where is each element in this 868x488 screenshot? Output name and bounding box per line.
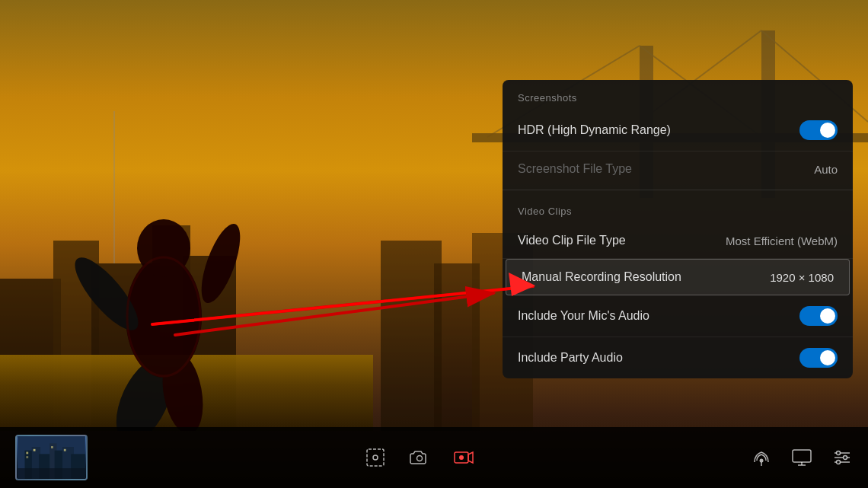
svg-rect-40 [34,449,36,451]
svg-rect-42 [64,449,66,451]
svg-marker-47 [468,452,473,463]
svg-point-19 [193,219,247,308]
screenshots-section-label: Screenshots [503,80,853,110]
video-clip-file-type-item[interactable]: Video Clip File Type Most Efficient (Web… [503,223,853,259]
game-thumbnail[interactable] [15,435,88,480]
svg-rect-51 [793,450,811,462]
svg-rect-39 [26,456,28,458]
broadcast-icon [751,447,772,468]
capture-area-button[interactable] [365,447,386,468]
screenshot-file-type-value: Auto [814,163,838,176]
capture-icons [88,447,751,468]
thumbnail-image [17,436,86,479]
svg-point-59 [837,461,841,464]
video-clips-section: Video Clips Video Clip File Type Most Ef… [503,193,853,378]
section-divider [503,190,853,190]
screenshot-file-type-item[interactable]: Screenshot File Type Auto [503,152,853,187]
video-clips-section-label: Video Clips [503,193,853,223]
svg-rect-38 [26,452,28,455]
record-icon [453,447,474,468]
display-icon [791,447,812,468]
thumbnail-city-svg [17,436,86,479]
record-button[interactable] [453,447,474,468]
svg-rect-43 [367,449,384,466]
svg-point-49 [760,459,764,463]
screenshots-section: Screenshots HDR (High Dynamic Range) Scr… [503,80,853,187]
manual-recording-resolution-item[interactable]: Manual Recording Resolution 1920 × 1080 [506,259,850,295]
display-button[interactable] [791,447,812,468]
settings-sliders-icon [831,447,853,468]
spiderman-figure [46,111,312,431]
right-icons [751,447,853,468]
svg-point-20 [137,219,190,277]
manual-recording-resolution-value: 1920 × 1080 [770,271,834,284]
svg-point-44 [373,455,378,460]
taskbar [0,427,868,488]
settings-panel: Screenshots HDR (High Dynamic Range) Scr… [503,80,853,378]
screenshot-icon [409,447,430,468]
broadcast-button[interactable] [751,447,772,468]
screenshot-button[interactable] [409,447,430,468]
include-party-audio-toggle[interactable] [799,348,838,368]
include-party-audio-item[interactable]: Include Party Audio [503,337,853,378]
hdr-toggle[interactable] [799,120,838,140]
video-clip-file-type-value: Most Efficient (WebM) [726,234,838,247]
settings-button[interactable] [831,447,853,468]
capture-area-icon [365,447,386,468]
svg-rect-41 [51,446,53,448]
include-mic-audio-item[interactable]: Include Your Mic's Audio [503,295,853,337]
svg-rect-37 [18,468,85,479]
svg-point-58 [844,456,847,460]
screenshot-file-type-label: Screenshot File Type [518,162,632,176]
video-clip-file-type-label: Video Clip File Type [518,234,626,247]
svg-point-48 [459,455,464,460]
svg-rect-12 [381,241,442,431]
manual-recording-resolution-label: Manual Recording Resolution [522,270,681,284]
hdr-label: HDR (High Dynamic Range) [518,123,671,137]
svg-point-45 [416,456,422,461]
include-party-audio-label: Include Party Audio [518,351,623,365]
svg-point-57 [837,451,841,455]
include-mic-audio-label: Include Your Mic's Audio [518,309,649,323]
hdr-item[interactable]: HDR (High Dynamic Range) [503,110,853,152]
include-mic-audio-toggle[interactable] [799,306,838,326]
